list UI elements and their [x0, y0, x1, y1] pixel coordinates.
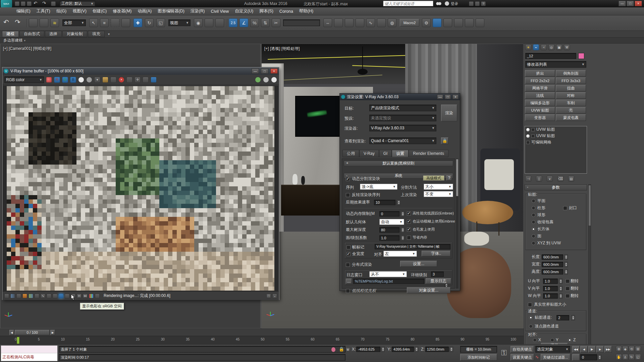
create-tab-icon[interactable]: ✳	[525, 44, 531, 50]
menu-item[interactable]: 渲染(R)	[187, 8, 208, 15]
menu-item[interactable]: 图形编辑器(D)	[155, 8, 187, 15]
ribbon-tab-populate[interactable]: 填充	[88, 31, 105, 37]
zoom-icon[interactable]: ⊕	[616, 346, 622, 352]
select-and-manipulate-icon[interactable]	[205, 18, 213, 27]
menu-item[interactable]: 创建(C)	[90, 8, 110, 15]
align-icon[interactable]	[334, 18, 343, 27]
dyn-mem-field[interactable]: 0	[379, 211, 399, 217]
histogram-icon[interactable]: H	[77, 294, 82, 298]
window-crossing-icon[interactable]	[121, 18, 130, 27]
width-spinner[interactable]	[564, 262, 568, 267]
render-button[interactable]: 渲染	[441, 105, 457, 121]
select-object-icon[interactable]: ↖	[89, 18, 98, 27]
embree-checkbox[interactable]	[407, 212, 411, 216]
menu-item[interactable]: 脚本(S)	[256, 8, 276, 15]
keyboard-override-icon[interactable]	[215, 18, 224, 27]
vfb-channel-dropdown[interactable]: RGB color▼	[4, 76, 44, 83]
swatches-icon[interactable]	[29, 294, 33, 298]
communication-center-icon[interactable]	[469, 1, 474, 6]
project-folder-icon[interactable]	[51, 1, 56, 6]
tree-depth-spinner[interactable]	[401, 227, 405, 233]
w-flip-checkbox[interactable]	[566, 294, 570, 298]
tab-common[interactable]: 公用	[342, 150, 359, 157]
icc-profile-icon[interactable]	[65, 294, 69, 298]
stack-item[interactable]: 可编辑网格	[525, 139, 587, 145]
y-coord-spinner[interactable]	[415, 347, 418, 352]
modifier-preset-button[interactable]: 网格平滑	[525, 85, 555, 92]
unlink-selection-icon[interactable]	[40, 18, 48, 27]
collapse-bar-icon[interactable]: ⌄	[272, 294, 277, 298]
selection-region-icon[interactable]	[111, 18, 119, 27]
z-coord-field[interactable]: 1250.0mm	[425, 347, 449, 352]
object-color-swatch[interactable]	[578, 53, 584, 59]
color-corrections-icon[interactable]	[46, 77, 52, 83]
dialog-title-bar[interactable]: 渲染设置: V-Ray Adv 3.60.03 — □ ×	[340, 94, 460, 100]
go-to-end-icon[interactable]: ▶▶	[604, 346, 612, 353]
length-spinner[interactable]	[564, 254, 568, 260]
current-frame-field[interactable]: 0	[580, 354, 597, 360]
modifier-enable-bulb-icon[interactable]	[526, 134, 530, 138]
dynamic-split-checkbox[interactable]	[346, 177, 350, 181]
next-frame-icon[interactable]: ▶	[596, 346, 604, 353]
w-tile-field[interactable]: 1.0	[543, 293, 558, 299]
spherical-radio[interactable]	[532, 213, 535, 217]
selection-set-dropdown[interactable]: 选定对象▼	[535, 346, 570, 353]
schematic-view-icon[interactable]	[377, 18, 386, 27]
dyn-mem-spinner[interactable]	[401, 211, 405, 217]
align-y-radio[interactable]	[550, 338, 554, 342]
render-setup-icon[interactable]: ⚙	[422, 18, 431, 27]
help-icon[interactable]: ?	[481, 1, 486, 6]
v-tile-field[interactable]: 1.0	[543, 286, 558, 291]
stack-item[interactable]: UVW 贴图	[525, 133, 587, 139]
target-dropdown[interactable]: 产品级渲染模式▼	[369, 105, 436, 111]
embree-hair-checkbox[interactable]	[407, 228, 411, 232]
walk-through-icon[interactable]: ♙	[622, 354, 628, 360]
select-by-name-icon[interactable]: ≡	[100, 18, 109, 27]
align-x-radio[interactable]	[533, 338, 537, 342]
preset-dropdown[interactable]: 未选定预设▼	[369, 115, 436, 121]
ribbon-toggle-icon[interactable]	[356, 18, 364, 27]
sequence-dropdown[interactable]: 顶->底▼	[360, 184, 397, 190]
title-bar[interactable]: MAX ↶ ↷ 工作区: 默认▼ Autodesk 3ds Max 2016 北…	[0, 0, 644, 7]
modifier-preset-button[interactable]: 扭曲	[556, 85, 586, 92]
key-mode-toggle-icon[interactable]	[572, 354, 580, 361]
verbose-field[interactable]: 3	[431, 272, 444, 277]
dr-settings-button[interactable]: 设置...	[400, 261, 437, 267]
modifier-preset-button[interactable]: 变形器	[525, 114, 555, 121]
frame-stamp-checkbox[interactable]	[346, 245, 351, 249]
expand-panel-icon[interactable]: □	[266, 294, 271, 298]
window-minimize-icon[interactable]: —	[619, 1, 626, 6]
image-compare-icon[interactable]	[10, 294, 15, 298]
tab-settings[interactable]: 设置	[392, 150, 409, 157]
u-tile-spinner[interactable]	[559, 279, 562, 284]
stamp-text-field[interactable]: V-Ray %vrayversion | 文件: %filename | 帧	[375, 244, 450, 249]
percent-snap-icon[interactable]: %	[250, 18, 259, 27]
x-coord-spinner[interactable]	[381, 347, 385, 352]
width-field[interactable]: 600.0mm	[542, 262, 563, 267]
isolate-selection-icon[interactable]	[476, 18, 484, 27]
modifier-preset-button[interactable]: 壳	[556, 107, 586, 114]
distributed-render-checkbox[interactable]	[346, 263, 350, 267]
info-icon[interactable]	[16, 294, 21, 298]
map-channel-spinner[interactable]	[571, 315, 575, 320]
tab-gi[interactable]: GI	[379, 150, 392, 157]
modifier-stack[interactable]: UVW 贴图 UVW 贴图 可编辑网格	[525, 126, 587, 174]
modifier-preset-button[interactable]: FFD 3x3x3	[556, 77, 586, 84]
go-to-start-icon[interactable]: ◀◀	[572, 346, 580, 353]
tree-depth-field[interactable]: 80	[379, 227, 399, 233]
real-world-checkbox[interactable]	[528, 303, 532, 307]
ribbon-minimize-icon[interactable]: ▾	[105, 32, 112, 36]
select-and-rotate-icon[interactable]: ↻	[145, 18, 154, 27]
map-channel-field[interactable]: 2	[556, 315, 569, 320]
view-to-render-dropdown[interactable]: Quad 4 - Camera001▼	[369, 137, 436, 144]
vfb-window[interactable]: V V-Ray frame buffer - [100% of 800 x 60…	[2, 67, 279, 300]
save-image-icon[interactable]: ▾	[94, 77, 100, 83]
modifier-enable-bulb-icon[interactable]	[526, 128, 530, 131]
ribbon-tab-selection[interactable]: 选择	[45, 31, 62, 37]
use-pivot-center-icon[interactable]: ◉	[194, 18, 203, 27]
polygon-modeling-panel[interactable]: 多边形建模	[3, 38, 23, 43]
render-production-icon[interactable]	[443, 18, 452, 27]
time-slider-next-icon[interactable]: ▶	[50, 330, 55, 335]
region-render-icon[interactable]	[143, 77, 149, 83]
x-coord-field[interactable]: -4953.625	[356, 347, 380, 352]
